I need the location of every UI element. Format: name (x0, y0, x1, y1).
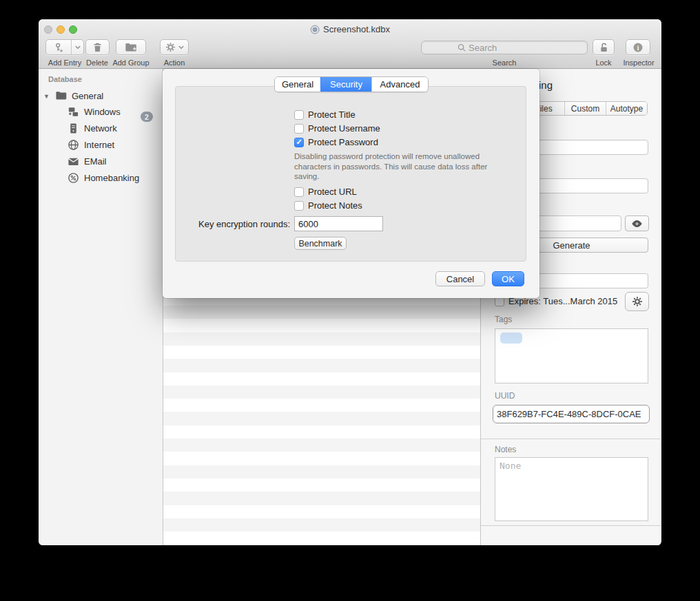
tab-general[interactable]: General (275, 77, 320, 92)
search-input[interactable] (469, 43, 551, 53)
sidebar-item-internet[interactable]: Internet (39, 138, 163, 151)
globe-icon (68, 139, 79, 151)
lock-label: Lock (595, 59, 611, 67)
folder-plus-icon (125, 42, 137, 52)
search-icon (457, 43, 466, 52)
settings-tab-bar: General Security Advanced (274, 76, 429, 92)
svg-text:i: i (637, 44, 639, 51)
sidebar: Database ▼ General 2 Windows Networ (39, 69, 163, 545)
protect-url-label: Protect URL (308, 187, 357, 197)
add-entry-button[interactable] (45, 39, 84, 55)
tags-box[interactable] (495, 328, 648, 383)
tab-advanced[interactable]: Advanced (371, 77, 428, 92)
protect-title-row: Protect Title (294, 109, 356, 120)
protect-username-label: Protect Username (308, 123, 380, 134)
benchmark-label: Benchmark (298, 239, 342, 249)
protect-notes-checkbox[interactable] (294, 201, 304, 211)
tag-token[interactable] (500, 333, 522, 344)
tags-label: Tags (495, 315, 512, 324)
notes-textarea[interactable] (495, 457, 648, 521)
gear-icon (632, 296, 643, 307)
inspector-entry-title: ing (539, 79, 553, 91)
reveal-password-button[interactable] (625, 215, 649, 231)
percent-icon (68, 172, 79, 184)
delete-label: Delete (86, 59, 108, 67)
titlebar-toolbar: Screenshot.kdbx Add Entry Delete Add Gro… (39, 19, 661, 69)
ok-button[interactable]: OK (492, 271, 524, 286)
cancel-label: Cancel (446, 274, 474, 284)
password-protection-help-text: Disabling password protection will remov… (294, 151, 513, 182)
document-icon (310, 25, 320, 34)
sidebar-item-general[interactable]: ▼ General 2 (39, 89, 163, 103)
uuid-field[interactable] (493, 405, 650, 423)
traffic-light-close[interactable] (44, 25, 52, 34)
sidebar-item-label: Internet (84, 140, 114, 150)
cancel-button[interactable]: Cancel (435, 271, 485, 286)
divider (481, 439, 661, 439)
disclosure-triangle-icon[interactable]: ▼ (43, 93, 50, 100)
window-title: Screenshot.kdbx (310, 24, 390, 34)
generate-label: Generate (553, 240, 590, 251)
protect-title-checkbox[interactable] (294, 110, 304, 120)
delete-button[interactable] (85, 39, 110, 55)
protect-notes-row: Protect Notes (294, 200, 362, 211)
envelope-icon (68, 156, 79, 167)
chevron-down-icon (178, 45, 184, 50)
search-label: Search (493, 59, 517, 67)
action-button[interactable] (160, 39, 189, 55)
app-window: Screenshot.kdbx Add Entry Delete Add Gro… (39, 19, 661, 545)
sidebar-item-network[interactable]: Network (39, 122, 163, 135)
windows-network-icon (68, 106, 79, 118)
add-group-label: Add Group (112, 59, 149, 67)
inspector-button[interactable]: i (626, 39, 650, 55)
tab-autotype[interactable]: Autotype (606, 102, 647, 115)
protect-password-checkbox[interactable] (294, 138, 304, 147)
server-icon (68, 123, 79, 134)
window-title-text: Screenshot.kdbx (323, 24, 390, 34)
database-settings-dialog: General Security Advanced Protect Title … (163, 69, 539, 298)
add-entry-label: Add Entry (48, 59, 81, 67)
sidebar-item-label: Homebanking (84, 173, 139, 183)
inspector-label: Inspector (623, 59, 654, 67)
gear-icon (165, 42, 176, 52)
add-group-button[interactable] (116, 39, 146, 55)
tab-custom[interactable]: Custom (564, 102, 606, 115)
inspector-tab-bar: Files Custom Autotype (522, 101, 648, 116)
sidebar-item-label: Windows (84, 107, 121, 117)
trash-icon (92, 42, 103, 53)
expires-settings-button[interactable] (625, 292, 649, 311)
inspector-footer (481, 525, 661, 545)
info-icon: i (632, 42, 644, 53)
add-entry-dropdown[interactable] (72, 40, 83, 54)
benchmark-button[interactable]: Benchmark (294, 237, 347, 250)
search-field[interactable] (421, 41, 588, 54)
key-rounds-input[interactable] (294, 216, 383, 231)
sidebar-section-database: Database (48, 75, 82, 83)
lock-button[interactable] (593, 39, 615, 55)
key-plus-icon (46, 40, 72, 54)
unlock-icon (599, 42, 609, 53)
protect-title-label: Protect Title (308, 109, 356, 120)
protect-url-row: Protect URL (294, 187, 357, 197)
sidebar-item-windows[interactable]: Windows (39, 105, 163, 118)
sidebar-item-label: Network (84, 123, 117, 134)
protect-url-checkbox[interactable] (294, 187, 304, 197)
sidebar-item-label: General (72, 91, 103, 101)
eye-icon (631, 220, 643, 228)
protect-password-label: Protect Password (308, 137, 378, 147)
ok-label: OK (502, 274, 515, 284)
traffic-light-minimize[interactable] (56, 25, 65, 34)
sidebar-item-label: EMail (84, 156, 107, 167)
tab-security[interactable]: Security (320, 77, 371, 92)
protect-username-checkbox[interactable] (294, 124, 304, 134)
key-rounds-label: Key encryption rounds: (198, 219, 290, 229)
sidebar-item-email[interactable]: EMail (39, 155, 163, 168)
folder-icon (55, 90, 67, 102)
protect-username-row: Protect Username (294, 123, 380, 134)
traffic-light-zoom[interactable] (69, 25, 77, 34)
notes-label: Notes (495, 445, 516, 454)
uuid-label: UUID (495, 391, 515, 401)
sidebar-item-homebanking[interactable]: Homebanking (39, 171, 163, 184)
protect-notes-label: Protect Notes (308, 200, 362, 211)
action-label: Action (164, 59, 185, 67)
